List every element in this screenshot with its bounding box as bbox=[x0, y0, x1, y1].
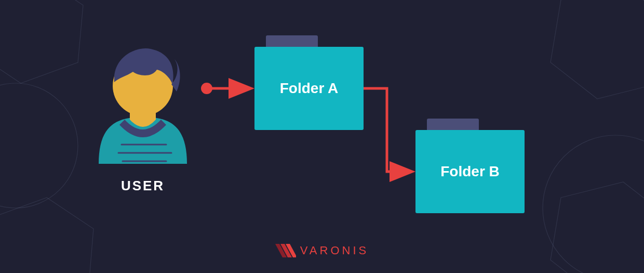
folder-b-label: Folder B bbox=[415, 130, 525, 213]
folder-b: Folder B bbox=[415, 130, 525, 213]
arrow-a-to-b bbox=[364, 88, 410, 172]
diagram-stage: USER Folder A Folder B VARONIS bbox=[0, 0, 644, 273]
user-label: USER bbox=[88, 178, 197, 194]
folder-a-label: Folder A bbox=[254, 47, 364, 130]
user-node: USER bbox=[88, 42, 197, 194]
varonis-mark-icon bbox=[275, 244, 296, 257]
svg-marker-5 bbox=[551, 182, 644, 273]
arrow-start-dot bbox=[201, 83, 212, 94]
svg-marker-0 bbox=[0, 0, 83, 83]
brand-name: VARONIS bbox=[300, 244, 369, 257]
user-icon bbox=[88, 42, 197, 166]
svg-point-1 bbox=[0, 83, 78, 208]
svg-marker-3 bbox=[551, 0, 644, 99]
svg-marker-2 bbox=[0, 198, 93, 273]
brand-logo: VARONIS bbox=[0, 244, 644, 257]
folder-a: Folder A bbox=[254, 47, 364, 130]
